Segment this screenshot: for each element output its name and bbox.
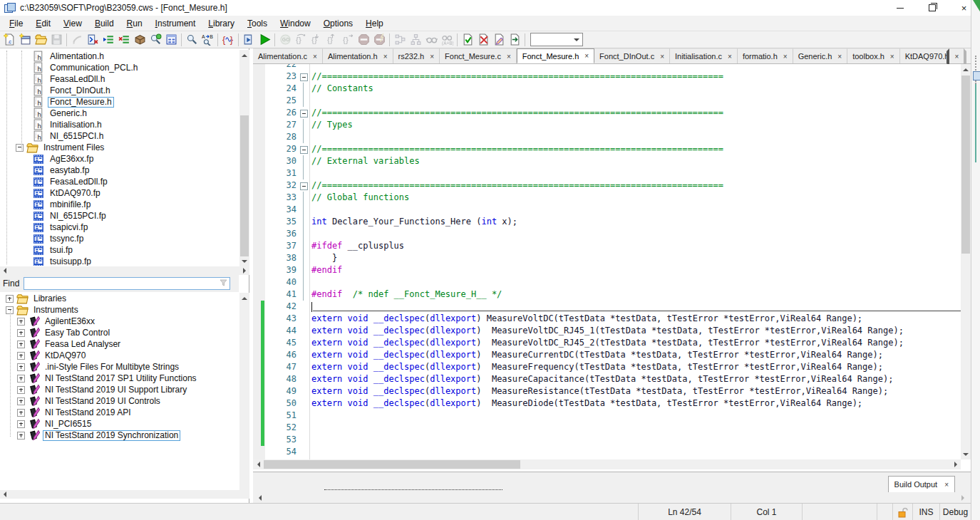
code-line-26[interactable]: 26//====================================… [253,107,961,119]
save-file-icon[interactable] [48,32,64,47]
project-item-age36xx-fp[interactable]: AgE36xx.fp [0,153,239,165]
next-tag-icon[interactable] [507,32,522,47]
menu-window[interactable]: Window [274,17,317,30]
exclude-file-icon[interactable] [69,32,85,47]
editor-hscrollbar[interactable] [253,459,961,469]
library-tree-vscrollbar[interactable] [239,293,249,490]
code-line-28[interactable]: 28 [253,131,961,143]
build-output-close-icon[interactable]: × [944,481,949,489]
edit-marked-icon[interactable] [491,32,507,47]
library-item-ni-teststand-2019-ui-support-library[interactable]: NI TestStand 2019 UI Support Library [0,384,239,395]
code-line-27[interactable]: 27// Types [253,119,961,131]
project-item-tsui-fp[interactable]: tsui.fp [0,244,239,256]
expand-icon[interactable] [17,340,25,348]
tab-close-icon[interactable]: × [313,53,317,61]
find-input[interactable] [24,277,230,290]
project-item-tsapicvi-fp[interactable]: tsapicvi.fp [0,222,239,233]
expand-icon[interactable] [17,329,25,337]
editor-tab-formatio-h[interactable]: formatio.h× [738,48,793,63]
code-line-53[interactable]: 53 [253,434,961,446]
replace-icon[interactable]: AB [200,32,215,47]
menu-tools[interactable]: Tools [241,17,274,30]
toolbar-combobox[interactable] [530,33,583,46]
tab-close-icon[interactable]: × [660,53,664,61]
fold-collapse-icon[interactable] [300,146,308,154]
library-item-agilente36xx[interactable]: AgilentE36xx [0,316,239,327]
code-line-45[interactable]: 45extern void __declspec(dllexport) Meas… [253,337,961,349]
library-tree-hscrollbar[interactable] [0,490,249,499]
expand-icon[interactable] [17,352,25,360]
code-line-35[interactable]: 35int Declare_Your_Functions_Here (int x… [253,216,961,228]
fold-collapse-icon[interactable] [300,73,308,81]
code-line-25[interactable]: 25 [253,95,961,107]
remove-marked-icon[interactable] [475,32,491,47]
menu-edit[interactable]: Edit [29,17,57,30]
expand-icon[interactable] [17,363,25,371]
code-line-50[interactable]: 50extern void __declspec(dllexport) Meas… [253,397,961,410]
find-icon[interactable] [184,32,200,47]
library-item-ni-teststand-2017-sp1-utility-functions[interactable]: NI TestStand 2017 SP1 Utility Functions [0,373,239,384]
function-panel-icon[interactable]: {} [220,32,236,47]
check-marked-icon[interactable] [460,32,475,47]
editor-tab-rs232-h[interactable]: rs232.h× [393,48,440,63]
tab-close-icon[interactable]: × [584,52,589,60]
project-item-fonct-dinout-h[interactable]: hFonct_DInOut.h [0,85,239,96]
code-line-41[interactable]: 41#endif /* ndef __Fonct_Mesure_H__ */ [253,288,961,301]
project-item-alimentation-h[interactable]: hAlimentation.h [0,51,239,62]
go-icon[interactable]: GO [277,32,293,47]
code-line-44[interactable]: 44extern void __declspec(dllexport) Meas… [253,325,961,337]
call-tree-icon[interactable] [392,32,408,47]
menu-library[interactable]: Library [202,17,241,30]
library-item-ni-teststand-2019-ui-controls[interactable]: NI TestStand 2019 UI Controls [0,395,239,407]
code-line-54[interactable]: 54 [253,446,961,458]
code-line-22[interactable]: 22 [253,64,961,71]
project-item-generic-h[interactable]: hGeneric.h [0,108,239,119]
project-item-mbinifile-fp[interactable]: mbinifile.fp [0,199,239,210]
project-item-initialisation-h[interactable]: hInitialisation.h [0,119,239,130]
project-item-communication-pcl-h[interactable]: hCommunication_PCL.h [0,62,239,73]
project-item-fonct-mesure-h[interactable]: hFonct_Mesure.h [0,96,239,108]
project-item-ktdaq970-fp[interactable]: KtDAQ970.fp [0,187,239,199]
tab-close-icon[interactable]: × [383,53,388,61]
build-output-tab[interactable]: Build Output× [888,476,955,492]
expand-icon[interactable] [6,295,14,303]
code-line-46[interactable]: 46extern void __declspec(dllexport) Meas… [253,349,961,361]
menu-file[interactable]: File [3,17,29,30]
run-to-cursor-icon[interactable]: {} [340,32,356,47]
menu-build[interactable]: Build [88,17,120,30]
code-line-32[interactable]: 32//====================================… [253,180,961,192]
menu-run[interactable]: Run [120,17,149,30]
project-item-instrument-files[interactable]: Instrument Files [0,142,239,153]
open-file-icon[interactable] [33,32,48,47]
editor-tab-generic-h[interactable]: Generic.h× [793,48,848,63]
project-item-tsuisupp-fp[interactable]: tsuisupp.fp [0,256,239,266]
select-run-file-icon[interactable] [241,32,257,47]
step-out-icon[interactable]: {} [324,32,340,47]
break-execution-icon[interactable] [371,32,387,47]
editor-tab-fonct-mesure-h[interactable]: Fonct_Mesure.h× [517,48,594,63]
code-line-30[interactable]: 30// External variables [253,155,961,167]
code-line-33[interactable]: 33// Global functions [253,192,961,204]
editor-tab-toolbox-h[interactable]: toolbox.h× [847,48,900,63]
minimize-button[interactable] [884,0,916,16]
code-line-51[interactable]: 51 [253,410,961,422]
tab-close-icon[interactable]: × [890,53,894,61]
project-tree-hscrollbar[interactable] [0,266,249,275]
library-item-ni-pci6515[interactable]: NI_PCI6515 [0,418,239,430]
code-line-52[interactable]: 52 [253,422,961,434]
code-line-31[interactable]: 31 [253,167,961,180]
code-line-38[interactable]: 38 } [253,252,961,264]
expand-icon[interactable] [17,318,25,326]
expand-icon[interactable] [17,409,25,417]
compile-file-icon[interactable] [85,32,100,47]
chevron-down-icon[interactable] [572,34,582,45]
add-watch-icon[interactable]: (A+B) [439,32,455,47]
source-editor[interactable]: 2223//==================================… [253,64,961,459]
create-distribution-icon[interactable] [132,32,148,47]
new-source-file-icon[interactable]: .c [1,32,17,47]
project-item-feasaleddll-fp[interactable]: FeasaLedDll.fp [0,176,239,187]
tab-close-icon[interactable]: × [507,53,511,61]
library-item-easy-tab-control[interactable]: Easy Tab Control [0,327,239,338]
menu-view[interactable]: View [57,17,88,30]
code-line-39[interactable]: 39#endif [253,264,961,276]
